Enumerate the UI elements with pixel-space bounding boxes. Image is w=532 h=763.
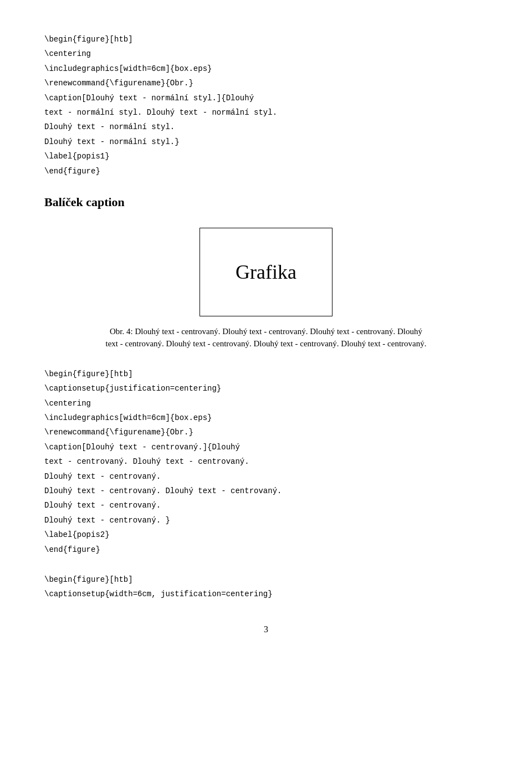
code-line: \begin{figure}[htb]: [44, 573, 488, 586]
code-line: \includegraphics[width=6cm]{box.eps}: [44, 412, 488, 424]
code-line: \renewcommand{\figurename}{Obr.}: [44, 426, 488, 438]
code-line: Dlouhý text - centrovaný. }: [44, 514, 488, 526]
code-line: Dlouhý text - centrovaný.: [44, 470, 488, 483]
figure-box-label: Grafika: [236, 257, 296, 287]
page-number: 3: [44, 623, 488, 636]
code-block-1: \begin{figure}[htb]\centering\includegra…: [44, 33, 488, 177]
code-line: \includegraphics[width=6cm]{box.eps}: [44, 63, 488, 75]
code-block-3: \begin{figure}[htb]\captionsetup{width=6…: [44, 573, 488, 601]
code-line: \begin{figure}[htb]: [44, 368, 488, 380]
code-line: Dlouhý text - centrovaný.: [44, 499, 488, 511]
code-line: Dlouhý text - normální styl.}: [44, 136, 488, 148]
caption-number: Obr. 4:: [110, 327, 133, 336]
code-line: text - normální styl. Dlouhý text - norm…: [44, 106, 488, 119]
figure-1: Grafika Obr. 4: Dlouhý text - centrovaný…: [44, 228, 488, 350]
code-line: Dlouhý text - centrovaný. Dlouhý text - …: [44, 485, 488, 497]
code-line: \caption[Dlouhý text - centrovaný.]{Dlou…: [44, 441, 488, 453]
code-line: \centering: [44, 397, 488, 409]
code-line: \end{figure}: [44, 165, 488, 177]
code-block-2: \begin{figure}[htb]\captionsetup{justifi…: [44, 368, 488, 556]
code-line: \label{popis1}: [44, 150, 488, 162]
code-line: \centering: [44, 48, 488, 60]
figure-box: Grafika: [200, 228, 332, 316]
code-line: \end{figure}: [44, 544, 488, 556]
code-line: \label{popis2}: [44, 529, 488, 541]
code-line: \captionsetup{width=6cm, justification=c…: [44, 588, 488, 600]
code-line: Dlouhý text - normální styl.: [44, 121, 488, 133]
code-line: text - centrovaný. Dlouhý text - centrov…: [44, 455, 488, 468]
code-line: \captionsetup{justification=centering}: [44, 382, 488, 395]
code-line: \renewcommand{\figurename}{Obr.}: [44, 77, 488, 89]
section-heading: Balíček caption: [44, 193, 488, 211]
code-line: \caption[Dlouhý text - normální styl.]{D…: [44, 92, 488, 104]
code-line: \begin{figure}[htb]: [44, 33, 488, 45]
figure-caption: Obr. 4: Dlouhý text - centrovaný. Dlouhý…: [105, 325, 427, 350]
caption-body: Dlouhý text - centrovaný. Dlouhý text - …: [106, 327, 427, 349]
